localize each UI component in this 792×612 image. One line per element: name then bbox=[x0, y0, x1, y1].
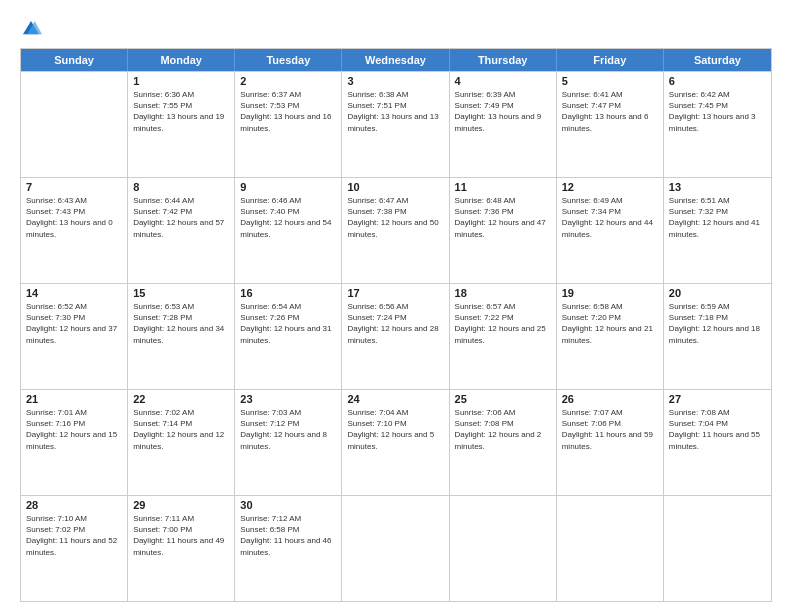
calendar-cell: 10Sunrise: 6:47 AMSunset: 7:38 PMDayligh… bbox=[342, 178, 449, 283]
day-info: Sunrise: 6:59 AMSunset: 7:18 PMDaylight:… bbox=[669, 301, 766, 346]
header bbox=[20, 18, 772, 40]
calendar-cell: 12Sunrise: 6:49 AMSunset: 7:34 PMDayligh… bbox=[557, 178, 664, 283]
weekday-header: Tuesday bbox=[235, 49, 342, 71]
calendar-cell: 30Sunrise: 7:12 AMSunset: 6:58 PMDayligh… bbox=[235, 496, 342, 601]
day-number: 22 bbox=[133, 393, 229, 405]
logo-icon bbox=[20, 18, 42, 40]
day-info: Sunrise: 6:58 AMSunset: 7:20 PMDaylight:… bbox=[562, 301, 658, 346]
day-info: Sunrise: 6:44 AMSunset: 7:42 PMDaylight:… bbox=[133, 195, 229, 240]
day-info: Sunrise: 7:11 AMSunset: 7:00 PMDaylight:… bbox=[133, 513, 229, 558]
day-number: 2 bbox=[240, 75, 336, 87]
calendar-cell: 13Sunrise: 6:51 AMSunset: 7:32 PMDayligh… bbox=[664, 178, 771, 283]
calendar-row: 7Sunrise: 6:43 AMSunset: 7:43 PMDaylight… bbox=[21, 177, 771, 283]
day-info: Sunrise: 6:39 AMSunset: 7:49 PMDaylight:… bbox=[455, 89, 551, 134]
day-number: 1 bbox=[133, 75, 229, 87]
weekday-header: Saturday bbox=[664, 49, 771, 71]
calendar-cell: 17Sunrise: 6:56 AMSunset: 7:24 PMDayligh… bbox=[342, 284, 449, 389]
weekday-header: Sunday bbox=[21, 49, 128, 71]
day-number: 16 bbox=[240, 287, 336, 299]
day-info: Sunrise: 6:53 AMSunset: 7:28 PMDaylight:… bbox=[133, 301, 229, 346]
calendar-cell: 8Sunrise: 6:44 AMSunset: 7:42 PMDaylight… bbox=[128, 178, 235, 283]
day-info: Sunrise: 6:52 AMSunset: 7:30 PMDaylight:… bbox=[26, 301, 122, 346]
calendar-cell: 29Sunrise: 7:11 AMSunset: 7:00 PMDayligh… bbox=[128, 496, 235, 601]
calendar-body: 1Sunrise: 6:36 AMSunset: 7:55 PMDaylight… bbox=[21, 71, 771, 601]
weekday-header: Wednesday bbox=[342, 49, 449, 71]
day-info: Sunrise: 6:38 AMSunset: 7:51 PMDaylight:… bbox=[347, 89, 443, 134]
day-info: Sunrise: 7:07 AMSunset: 7:06 PMDaylight:… bbox=[562, 407, 658, 452]
day-info: Sunrise: 6:41 AMSunset: 7:47 PMDaylight:… bbox=[562, 89, 658, 134]
day-number: 24 bbox=[347, 393, 443, 405]
calendar-cell: 25Sunrise: 7:06 AMSunset: 7:08 PMDayligh… bbox=[450, 390, 557, 495]
calendar-cell: 11Sunrise: 6:48 AMSunset: 7:36 PMDayligh… bbox=[450, 178, 557, 283]
day-info: Sunrise: 6:48 AMSunset: 7:36 PMDaylight:… bbox=[455, 195, 551, 240]
calendar-cell bbox=[342, 496, 449, 601]
day-number: 20 bbox=[669, 287, 766, 299]
calendar-cell: 15Sunrise: 6:53 AMSunset: 7:28 PMDayligh… bbox=[128, 284, 235, 389]
day-info: Sunrise: 6:56 AMSunset: 7:24 PMDaylight:… bbox=[347, 301, 443, 346]
day-number: 28 bbox=[26, 499, 122, 511]
day-info: Sunrise: 7:03 AMSunset: 7:12 PMDaylight:… bbox=[240, 407, 336, 452]
calendar-row: 1Sunrise: 6:36 AMSunset: 7:55 PMDaylight… bbox=[21, 71, 771, 177]
day-number: 23 bbox=[240, 393, 336, 405]
day-number: 11 bbox=[455, 181, 551, 193]
day-info: Sunrise: 6:54 AMSunset: 7:26 PMDaylight:… bbox=[240, 301, 336, 346]
day-number: 13 bbox=[669, 181, 766, 193]
calendar-row: 14Sunrise: 6:52 AMSunset: 7:30 PMDayligh… bbox=[21, 283, 771, 389]
day-info: Sunrise: 7:01 AMSunset: 7:16 PMDaylight:… bbox=[26, 407, 122, 452]
day-number: 6 bbox=[669, 75, 766, 87]
calendar-cell: 5Sunrise: 6:41 AMSunset: 7:47 PMDaylight… bbox=[557, 72, 664, 177]
calendar-cell: 2Sunrise: 6:37 AMSunset: 7:53 PMDaylight… bbox=[235, 72, 342, 177]
calendar-cell: 21Sunrise: 7:01 AMSunset: 7:16 PMDayligh… bbox=[21, 390, 128, 495]
day-info: Sunrise: 7:04 AMSunset: 7:10 PMDaylight:… bbox=[347, 407, 443, 452]
day-number: 12 bbox=[562, 181, 658, 193]
calendar-row: 21Sunrise: 7:01 AMSunset: 7:16 PMDayligh… bbox=[21, 389, 771, 495]
day-number: 25 bbox=[455, 393, 551, 405]
day-number: 8 bbox=[133, 181, 229, 193]
weekday-header: Thursday bbox=[450, 49, 557, 71]
day-number: 3 bbox=[347, 75, 443, 87]
calendar-row: 28Sunrise: 7:10 AMSunset: 7:02 PMDayligh… bbox=[21, 495, 771, 601]
calendar-cell: 6Sunrise: 6:42 AMSunset: 7:45 PMDaylight… bbox=[664, 72, 771, 177]
page: SundayMondayTuesdayWednesdayThursdayFrid… bbox=[0, 0, 792, 612]
day-number: 30 bbox=[240, 499, 336, 511]
calendar-cell: 16Sunrise: 6:54 AMSunset: 7:26 PMDayligh… bbox=[235, 284, 342, 389]
day-info: Sunrise: 7:10 AMSunset: 7:02 PMDaylight:… bbox=[26, 513, 122, 558]
day-number: 4 bbox=[455, 75, 551, 87]
day-info: Sunrise: 6:57 AMSunset: 7:22 PMDaylight:… bbox=[455, 301, 551, 346]
calendar-cell bbox=[450, 496, 557, 601]
calendar-cell: 26Sunrise: 7:07 AMSunset: 7:06 PMDayligh… bbox=[557, 390, 664, 495]
day-info: Sunrise: 7:08 AMSunset: 7:04 PMDaylight:… bbox=[669, 407, 766, 452]
calendar-cell: 14Sunrise: 6:52 AMSunset: 7:30 PMDayligh… bbox=[21, 284, 128, 389]
weekday-header: Friday bbox=[557, 49, 664, 71]
day-number: 26 bbox=[562, 393, 658, 405]
day-info: Sunrise: 6:47 AMSunset: 7:38 PMDaylight:… bbox=[347, 195, 443, 240]
day-number: 9 bbox=[240, 181, 336, 193]
day-info: Sunrise: 6:42 AMSunset: 7:45 PMDaylight:… bbox=[669, 89, 766, 134]
calendar-cell: 20Sunrise: 6:59 AMSunset: 7:18 PMDayligh… bbox=[664, 284, 771, 389]
day-number: 5 bbox=[562, 75, 658, 87]
calendar-cell: 7Sunrise: 6:43 AMSunset: 7:43 PMDaylight… bbox=[21, 178, 128, 283]
day-info: Sunrise: 6:49 AMSunset: 7:34 PMDaylight:… bbox=[562, 195, 658, 240]
day-number: 27 bbox=[669, 393, 766, 405]
day-info: Sunrise: 6:37 AMSunset: 7:53 PMDaylight:… bbox=[240, 89, 336, 134]
day-number: 15 bbox=[133, 287, 229, 299]
calendar-cell: 1Sunrise: 6:36 AMSunset: 7:55 PMDaylight… bbox=[128, 72, 235, 177]
calendar-cell: 18Sunrise: 6:57 AMSunset: 7:22 PMDayligh… bbox=[450, 284, 557, 389]
day-info: Sunrise: 6:46 AMSunset: 7:40 PMDaylight:… bbox=[240, 195, 336, 240]
calendar-cell: 27Sunrise: 7:08 AMSunset: 7:04 PMDayligh… bbox=[664, 390, 771, 495]
day-info: Sunrise: 7:12 AMSunset: 6:58 PMDaylight:… bbox=[240, 513, 336, 558]
calendar-cell: 28Sunrise: 7:10 AMSunset: 7:02 PMDayligh… bbox=[21, 496, 128, 601]
day-number: 19 bbox=[562, 287, 658, 299]
day-number: 17 bbox=[347, 287, 443, 299]
calendar-cell: 19Sunrise: 6:58 AMSunset: 7:20 PMDayligh… bbox=[557, 284, 664, 389]
day-info: Sunrise: 7:06 AMSunset: 7:08 PMDaylight:… bbox=[455, 407, 551, 452]
day-number: 14 bbox=[26, 287, 122, 299]
calendar-cell: 4Sunrise: 6:39 AMSunset: 7:49 PMDaylight… bbox=[450, 72, 557, 177]
logo bbox=[20, 18, 46, 40]
weekday-header: Monday bbox=[128, 49, 235, 71]
calendar-cell: 22Sunrise: 7:02 AMSunset: 7:14 PMDayligh… bbox=[128, 390, 235, 495]
calendar: SundayMondayTuesdayWednesdayThursdayFrid… bbox=[20, 48, 772, 602]
day-number: 21 bbox=[26, 393, 122, 405]
day-number: 10 bbox=[347, 181, 443, 193]
day-info: Sunrise: 7:02 AMSunset: 7:14 PMDaylight:… bbox=[133, 407, 229, 452]
